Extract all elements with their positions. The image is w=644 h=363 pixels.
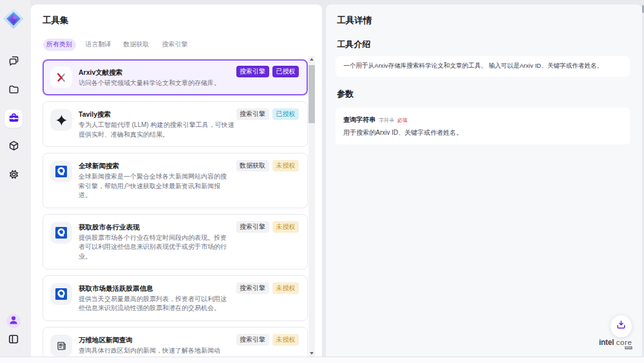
tool-card[interactable]: 获取股市各行业表现 提供股票市场各个行业在特定时间段内的表现。投资者可以利用这些… (43, 214, 308, 270)
arxiv-icon (50, 66, 72, 88)
folder-icon (8, 83, 20, 98)
tool-card-description: 专为人工智能代理 (LLM) 构建的搜索引擎工具，可快速提供实时、准确和真实的结… (79, 121, 236, 139)
tab-search-engine[interactable]: 搜索引擎 (162, 39, 188, 51)
details-title: 工具详情 (337, 15, 372, 26)
cube-icon (8, 140, 20, 155)
tools-panel: 工具集 所有类别语言翻译数据获取搜索引擎 Arxiv文献搜索 访问各个研究领域大… (31, 5, 322, 357)
triangle-up-icon (310, 58, 314, 61)
parameter-box: 查询字符串 字符串 必填 用于搜索的Arxiv ID、关键字或作者姓名。 (336, 108, 630, 145)
collapse-panel-button[interactable] (8, 335, 19, 346)
tool-card[interactable]: Tavily搜索 专为人工智能代理 (LLM) 构建的搜索引擎工具，可快速提供实… (43, 101, 308, 147)
news-icon (50, 335, 72, 357)
tool-card-description: 查询具体行政区划内的新闻，快速了解各地新闻动态。 (79, 346, 231, 357)
tavily-icon (50, 109, 72, 131)
category-badge: 搜索引擎 (236, 334, 269, 346)
core-wordmark: core (616, 338, 632, 346)
download-fab-button[interactable] (611, 315, 632, 337)
panel-icon (8, 333, 19, 348)
tool-card-description: 提供当天交易量最高的股票列表，投资者可以利用这些信息来识别流动性强的股票和潜在的… (79, 295, 231, 313)
sidebar-item-tools[interactable] (5, 110, 23, 128)
scroll-down-button[interactable] (308, 350, 316, 357)
qnews-icon (50, 222, 72, 244)
tool-details-panel: 工具详情 工具介绍 一个用于从Arxiv存储库搜索科学论文和文章的工具。 输入可… (326, 5, 642, 357)
intel-wordmark: intel (599, 338, 614, 347)
user-icon (6, 314, 21, 328)
window-bottom-strip (0, 357, 644, 363)
tool-card[interactable]: Arxiv文献搜索 访问各个研究领域大量科学论文和文章的存储库。 搜索引擎 已授… (43, 59, 308, 95)
tool-card-description: 访问各个研究领域大量科学论文和文章的存储库。 (79, 79, 231, 88)
auth-status-badge: 未授权 (272, 334, 299, 346)
intro-text: 一个用于从Arxiv存储库搜索科学论文和文章的工具。 输入可以是Arxiv ID… (343, 62, 603, 70)
auth-status-badge: 未授权 (272, 160, 299, 172)
param-type: 字符串 (379, 117, 394, 124)
category-badge: 搜索引擎 (236, 282, 269, 294)
tools-panel-title: 工具集 (43, 15, 69, 26)
auth-status-badge: 未授权 (272, 282, 299, 294)
gear-icon (8, 168, 20, 183)
category-badge: 数据获取 (236, 160, 269, 172)
sidebar-item-settings[interactable] (5, 166, 23, 184)
tool-card-description: 全球新闻搜索是一个聚合全球各大新闻网站内容的搜索引擎，帮助用户快速获取全球最新资… (79, 172, 231, 201)
tab-data-fetch[interactable]: 数据获取 (124, 39, 149, 51)
list-scrollbar[interactable] (308, 56, 316, 357)
auth-status-badge: 已授权 (272, 66, 299, 77)
sidebar-item-models[interactable] (5, 138, 23, 156)
auth-status-badge: 已授权 (272, 108, 299, 120)
param-required-badge: 必填 (397, 117, 408, 124)
tab-translation[interactable]: 语言翻译 (86, 39, 111, 51)
intro-heading: 工具介绍 (337, 40, 370, 49)
user-avatar[interactable] (6, 314, 21, 328)
download-icon (616, 319, 627, 333)
gem-logo-icon (3, 8, 24, 30)
scrollbar-thumb[interactable] (308, 65, 315, 123)
param-name: 查询字符串 (343, 117, 375, 123)
ultra-badge: ultra (625, 346, 632, 349)
tool-card[interactable]: 获取市场最活跃股票信息 提供当天交易量最高的股票列表，投资者可以利用这些信息来识… (43, 275, 308, 321)
tab-all-categories[interactable]: 所有类别 (43, 39, 76, 51)
qnews-icon (50, 283, 72, 305)
sidebar-item-chat[interactable] (5, 53, 23, 71)
chat-icon (8, 55, 20, 70)
category-badge: 搜索引擎 (236, 221, 269, 233)
scroll-up-button[interactable] (308, 56, 316, 63)
window-scrollbar-thumb[interactable] (642, 5, 644, 13)
sidebar (0, 0, 31, 357)
triangle-down-icon (310, 352, 314, 355)
toolbox-icon (8, 112, 20, 126)
param-description: 用于搜索的Arxiv ID、关键字或作者姓名。 (343, 128, 622, 137)
tool-card-list: Arxiv文献搜索 访问各个研究领域大量科学论文和文章的存储库。 搜索引擎 已授… (43, 55, 308, 357)
category-badge: 搜索引擎 (236, 108, 269, 120)
qnews-icon (50, 161, 72, 182)
tool-card[interactable]: 万维地区新闻查询 查询具体行政区划内的新闻，快速了解各地新闻动态。 搜索引擎 未… (43, 327, 308, 357)
auth-status-badge: 未授权 (272, 221, 299, 233)
params-heading: 参数 (337, 90, 354, 99)
tool-card-description: 提供股票市场各个行业在特定时间段内的表现。投资者可以利用这些信息来识别表现优于或… (79, 233, 231, 262)
tool-card[interactable]: 全球新闻搜索 全球新闻搜索是一个聚合全球各大新闻网站内容的搜索引擎，帮助用户快速… (43, 153, 308, 208)
sidebar-item-files[interactable] (5, 81, 23, 99)
category-badge: 搜索引擎 (236, 66, 269, 77)
category-tabs: 所有类别语言翻译数据获取搜索引擎 (43, 39, 188, 51)
intro-box: 一个用于从Arxiv存储库搜索科学论文和文章的工具。 输入可以是Arxiv ID… (336, 56, 630, 77)
